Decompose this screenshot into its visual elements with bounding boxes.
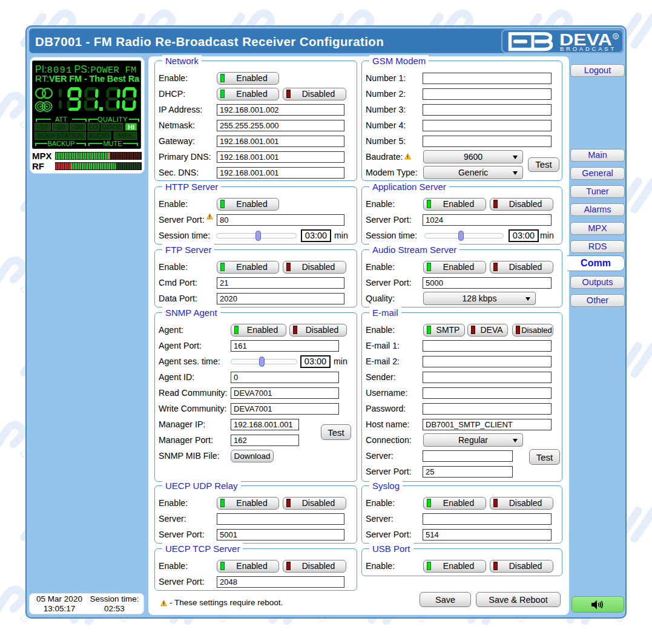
svg-text:BACKUP: BACKUP bbox=[47, 140, 74, 147]
svg-text:GOOD: GOOD bbox=[102, 123, 122, 131]
svg-text:MPX: MPX bbox=[118, 132, 133, 139]
svg-text:QUALITY: QUALITY bbox=[97, 116, 128, 123]
svg-text:HI: HI bbox=[128, 123, 134, 131]
svg-text:BCKP STATION: BCKP STATION bbox=[38, 132, 84, 139]
svg-text:ATT: ATT bbox=[55, 116, 67, 123]
svg-text:BROADCAST: BROADCAST bbox=[560, 45, 616, 52]
svg-text:R: R bbox=[614, 34, 617, 39]
svg-text:-20: -20 bbox=[56, 123, 65, 131]
svg-text:RT:VER FM - The Best Ra: RT:VER FM - The Best Ra bbox=[35, 73, 140, 84]
svg-text:-10: -10 bbox=[38, 123, 48, 131]
svg-text:MUTE: MUTE bbox=[103, 140, 122, 147]
svg-text:-30: -30 bbox=[73, 123, 83, 131]
svg-text:AUDIO: AUDIO bbox=[89, 132, 110, 139]
svg-text:LO: LO bbox=[89, 123, 98, 131]
